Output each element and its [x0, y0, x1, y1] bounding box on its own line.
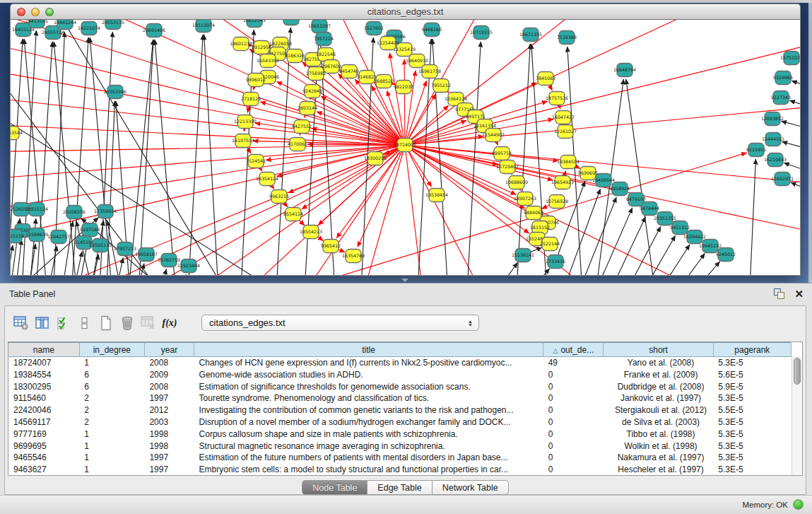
graph-node[interactable]: 12161027 — [554, 125, 577, 139]
graph-node[interactable]: 2718129 — [241, 93, 261, 106]
graph-node[interactable]: 18757516 — [546, 92, 568, 105]
graph-node[interactable]: 21053346 — [104, 86, 126, 99]
graph-edge[interactable] — [127, 40, 153, 275]
table-cell[interactable]: 1 — [79, 464, 144, 476]
graph-node[interactable]: 8813074 — [281, 20, 301, 25]
graph-node[interactable]: 7957224 — [314, 33, 334, 46]
graph-edge[interactable] — [405, 20, 749, 145]
table-cell[interactable]: Jankovic et al. (1997) — [604, 392, 713, 404]
graph-node[interactable]: 15692971 — [771, 173, 794, 186]
table-cell[interactable]: 9463627 — [8, 464, 79, 476]
column-header-name[interactable]: name — [8, 343, 79, 357]
table-cell[interactable]: Stergiakouli et al. (2012) — [604, 404, 713, 416]
graph-edge[interactable] — [71, 252, 82, 275]
graph-node[interactable]: 1527602 — [364, 22, 384, 35]
table-cell[interactable]: 5.3E-5 — [713, 392, 791, 404]
graph-edge[interactable] — [791, 182, 800, 194]
memory-status-indicator[interactable] — [793, 499, 804, 510]
table-row[interactable]: 1938455462009Genome-wide association stu… — [8, 369, 792, 381]
graph-node[interactable]: 10756928 — [546, 195, 568, 209]
graph-edge[interactable] — [590, 208, 632, 275]
close-window-button[interactable] — [17, 8, 25, 16]
graph-node[interactable]: 9474444 — [640, 202, 659, 216]
table-cell[interactable]: 9777169 — [8, 428, 79, 440]
graph-node[interactable]: 19363544 — [11, 127, 23, 140]
table-row[interactable]: 1830029562008Estimation of significance … — [8, 381, 792, 393]
graph-node[interactable]: 9965412 — [321, 240, 341, 253]
table-cell[interactable]: 0 — [543, 428, 604, 440]
graph-node[interactable]: 8995754 — [492, 147, 512, 160]
table-cell[interactable]: Estimation of the future numbers of pati… — [194, 452, 543, 464]
table-cell[interactable]: Yano et al. (2008) — [604, 357, 713, 369]
graph-edge[interactable] — [177, 274, 186, 275]
table-cell[interactable]: 2 — [79, 392, 144, 404]
show-columns-button[interactable] — [32, 313, 53, 333]
table-cell[interactable]: Disruption of a novel member of a sodium… — [194, 416, 543, 428]
table-cell[interactable]: 2008 — [144, 357, 194, 369]
column-header-year[interactable]: year — [144, 343, 194, 357]
table-cell[interactable]: 5.9E-5 — [713, 381, 791, 393]
graph-edge[interactable] — [276, 28, 290, 275]
table-cell[interactable]: 5.3E-5 — [713, 416, 791, 428]
graph-node[interactable]: 12213399 — [234, 115, 257, 129]
column-header-pagerank[interactable]: pagerank — [713, 343, 791, 357]
table-cell[interactable]: 18300295 — [8, 381, 79, 393]
column-header-short[interactable]: short — [604, 343, 713, 357]
table-cell[interactable]: 5.3E-5 — [713, 428, 791, 440]
graph-node[interactable]: 12093852 — [761, 112, 784, 126]
table-cell[interactable]: 5.3E-5 — [713, 440, 791, 452]
table-cell[interactable]: Structural magnetic resonance image aver… — [194, 440, 543, 452]
float-panel-icon[interactable] — [774, 288, 784, 299]
network-window-titlebar[interactable]: citations_edges.txt — [10, 4, 801, 20]
table-cell[interactable]: 9115460 — [8, 392, 79, 404]
table-cell[interactable]: 0 — [543, 392, 604, 404]
table-cell[interactable]: Corpus callosum shape and size in male p… — [194, 428, 543, 440]
graph-node[interactable]: 9227343 — [771, 91, 791, 105]
graph-node[interactable]: 8215955 — [746, 144, 766, 157]
table-cell[interactable]: 1 — [79, 452, 144, 464]
graph-node[interactable]: 20553135 — [102, 20, 124, 30]
graph-node[interactable]: 15136141 — [512, 249, 534, 262]
graph-node[interactable]: 16671355 — [519, 28, 542, 42]
table-cell[interactable]: 1998 — [144, 440, 194, 452]
graph-node[interactable]: 18601238 — [230, 37, 252, 51]
table-cell[interactable]: 5.5E-5 — [713, 404, 791, 416]
table-cell[interactable]: 1 — [79, 428, 144, 440]
graph-node[interactable]: 19958187 — [135, 248, 158, 262]
create-column-button[interactable] — [95, 313, 117, 333]
graph-node[interactable]: 10653287 — [308, 20, 331, 33]
table-cell[interactable]: 0 — [543, 452, 604, 464]
table-cell[interactable]: Changes of HCN gene expression and I(f) … — [194, 357, 543, 369]
table-row[interactable]: 2242004622012Investigating the contribut… — [8, 404, 792, 416]
graph-node[interactable]: 16354124 — [256, 173, 278, 186]
table-cell[interactable]: 5.3E-5 — [713, 464, 791, 476]
table-cell[interactable]: Genome-wide association studies in ADHD. — [194, 369, 543, 381]
graph-edge[interactable] — [488, 263, 517, 275]
table-row[interactable]: 969969511998Structural magnetic resonanc… — [8, 440, 792, 452]
graph-node[interactable]: 8554124 — [283, 208, 303, 221]
graph-node[interactable]: 9699695 — [578, 167, 598, 180]
table-row[interactable]: 1456911722003Disruption of a novel membe… — [8, 416, 792, 428]
minimize-window-button[interactable] — [31, 8, 40, 16]
table-cell[interactable]: 2008 — [144, 381, 194, 393]
graph-node[interactable]: 12942757 — [47, 230, 70, 244]
table-row[interactable]: 977716911998Corpus callosum shape and si… — [8, 428, 792, 440]
table-cell[interactable]: de Silva et al. (2003) — [604, 416, 713, 428]
table-cell[interactable]: Tourette syndrome. Phenomenology and cla… — [194, 392, 543, 404]
graph-edge[interactable] — [240, 30, 254, 275]
table-cell[interactable]: 0 — [543, 404, 604, 416]
graph-node[interactable]: 10719155 — [470, 26, 493, 40]
table-cell[interactable]: 49 — [543, 357, 604, 369]
graph-node[interactable]: 2522144 — [540, 238, 560, 251]
graph-edge[interactable] — [260, 102, 405, 145]
table-cell[interactable]: 1998 — [144, 428, 194, 440]
graph-node[interactable]: 18907243 — [514, 192, 536, 206]
table-row[interactable]: 946362711997Embryonic stem cells: a mode… — [8, 464, 792, 476]
graph-node[interactable]: 10688609 — [505, 176, 528, 189]
close-panel-icon[interactable]: ✕ — [794, 288, 804, 299]
column-header-out_de[interactable]: △out_de... — [543, 343, 604, 357]
graph-edge[interactable] — [519, 269, 550, 275]
table-scrollbar[interactable] — [792, 356, 802, 475]
graph-node[interactable]: 17359924 — [94, 205, 117, 218]
graph-node[interactable]: 1688520 — [374, 75, 394, 88]
